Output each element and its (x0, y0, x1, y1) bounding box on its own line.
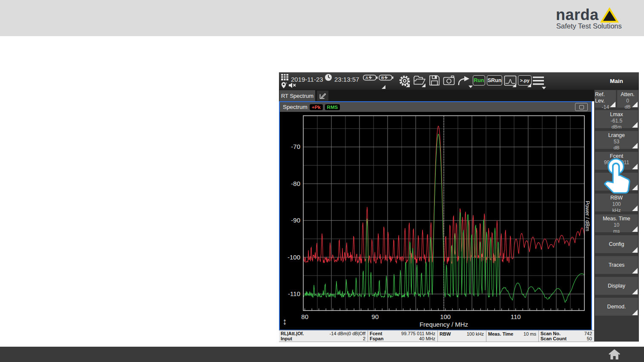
expand-corner-icon (632, 226, 638, 232)
edit-tabs-button[interactable] (317, 91, 328, 101)
expand-triangle[interactable] (382, 85, 385, 89)
redo-dropdown-triangle[interactable] (469, 86, 473, 88)
x-axis-title: Frequency / MHz (420, 321, 468, 328)
top-header-band (0, 0, 644, 36)
bottom-task-bar (0, 347, 644, 362)
expand-corner-icon (632, 310, 638, 315)
y-tick-label: -90 (291, 217, 300, 224)
trace-badge-rms: RMS (325, 104, 340, 110)
status-bar: RL|Att.|Of.-14 dBm|0 dB|Off Input2 Fcent… (279, 330, 594, 342)
save-floppy-icon[interactable] (429, 75, 440, 86)
x-tick-label: 110 (511, 313, 521, 320)
toolbar-time: 23:13:57 (334, 76, 359, 83)
y-tick-label: -80 (291, 180, 300, 187)
lmax-button[interactable]: Lmax -61.5 dBm (595, 110, 638, 128)
status-value: 10 ms (523, 331, 536, 337)
status-value: 40 MHz (419, 336, 435, 342)
status-label: Meas. Time (488, 331, 513, 337)
y-axis-title: Power / dBm (584, 182, 590, 250)
expand-corner-icon (632, 143, 638, 148)
hamburger-menu-icon[interactable] (532, 76, 544, 86)
display-button[interactable]: Display (595, 277, 638, 295)
expand-corner-icon (610, 102, 615, 107)
narda-triangle-icon (600, 7, 619, 23)
battery-a-icon[interactable]: A (363, 74, 378, 81)
pencil-icon (319, 92, 326, 99)
status-cell-rbw[interactable]: RBW100 kHz (438, 331, 486, 342)
home-icon (608, 348, 621, 360)
status-value: -14 dBm|0 dB|Off (330, 331, 365, 336)
speaker-muted-icon[interactable] (288, 82, 296, 88)
svg-text:B: B (381, 76, 384, 80)
status-cell-freq[interactable]: Fcent99.775 011 MHz Fspan40 MHz (368, 331, 438, 342)
status-cell-rl[interactable]: RL|Att.|Of.-14 dBm|0 dB|Off Input2 (279, 331, 368, 342)
touch-pointer-icon (598, 152, 635, 195)
status-value: 100 kHz (467, 331, 484, 337)
gps-pin-icon[interactable] (281, 82, 287, 89)
status-cell-meastime[interactable]: Meas. Time10 ms (486, 331, 539, 342)
y-tick-label: -110 (288, 290, 300, 297)
screenshot-camera-icon[interactable] (443, 75, 455, 86)
y-tick-label: -70 (291, 143, 300, 150)
srun-button[interactable]: SRun (487, 75, 502, 86)
traces-button[interactable]: Traces (595, 256, 638, 274)
screen: narda Safety Test Solutions 2019-11-23 2… (0, 0, 644, 362)
status-label: Fspan (370, 336, 383, 342)
scale-updown-icon[interactable]: ↕ (282, 316, 287, 327)
expand-corner-icon (632, 268, 638, 274)
x-tick-label: 90 (371, 313, 379, 320)
home-button[interactable] (608, 348, 621, 360)
maximize-button[interactable] (575, 103, 588, 111)
x-tick-label: 100 (440, 313, 451, 320)
lrange-button[interactable]: Lrange 53 dB (595, 131, 638, 149)
maximize-square-icon (579, 105, 584, 109)
brand-logo-text: narda (556, 6, 599, 24)
atten-button[interactable]: Atten. 0 dB (617, 90, 638, 108)
panel-title: Spectrum (283, 104, 308, 110)
status-label: Fcent (370, 331, 382, 336)
y-tick-label: -100 (288, 254, 300, 261)
battery-b-icon[interactable]: B (379, 74, 394, 81)
brand-logo-subtitle: Safety Test Solutions (556, 22, 622, 30)
status-label: Input (281, 336, 292, 342)
spectrum-chart[interactable]: 8090100110-70-80-90-100-110Frequency / M… (280, 112, 591, 329)
redo-arrow-icon[interactable] (457, 75, 470, 86)
status-value: 99.775 011 MHz (401, 331, 435, 336)
gear-corner-triangle[interactable] (406, 83, 410, 87)
python-corner-triangle[interactable] (527, 83, 531, 87)
expand-corner-icon (632, 247, 638, 253)
status-label: RL|Att.|Of. (281, 331, 304, 336)
config-button[interactable]: Config (595, 235, 638, 253)
spectrum-view-corner-triangle[interactable] (512, 83, 516, 87)
status-value: 50 (587, 336, 592, 342)
status-value: 2 (363, 336, 365, 342)
run-button[interactable]: Run (473, 75, 485, 86)
demod-button[interactable]: Demod. (595, 298, 638, 316)
status-label: Scan Count (540, 336, 566, 342)
expand-corner-icon (632, 289, 638, 294)
expand-corner-icon (632, 205, 638, 211)
svg-text:A: A (365, 76, 368, 80)
clock-icon (325, 74, 332, 81)
expand-corner-icon (632, 122, 638, 128)
tab-rt-spectrum[interactable]: RT Spectrum (279, 90, 315, 101)
status-cell-scan[interactable]: Scan No.742 Scan Count50 (539, 331, 594, 342)
status-value: 742 (584, 331, 592, 336)
status-label: Scan No. (540, 331, 561, 336)
expand-corner-icon (632, 102, 638, 107)
status-label: RBW (440, 331, 451, 337)
x-tick-label: 80 (301, 313, 308, 320)
spectrum-panel-titlebar[interactable]: Spectrum +Pk RMS (280, 102, 591, 112)
meas-time-button[interactable]: Meas. Time 10 ms (595, 214, 638, 232)
calendar-icon (281, 74, 289, 81)
main-menu-header: Main (594, 72, 639, 90)
menu-dropdown-triangle[interactable] (542, 87, 546, 89)
ref-level-button[interactable]: Ref. Lev. -14 dBm (595, 90, 616, 108)
trace-badge-pk: +Pk (310, 104, 323, 110)
folder-corner-triangle[interactable] (422, 83, 426, 87)
rbw-button[interactable]: RBW 100 kHz (595, 194, 638, 211)
